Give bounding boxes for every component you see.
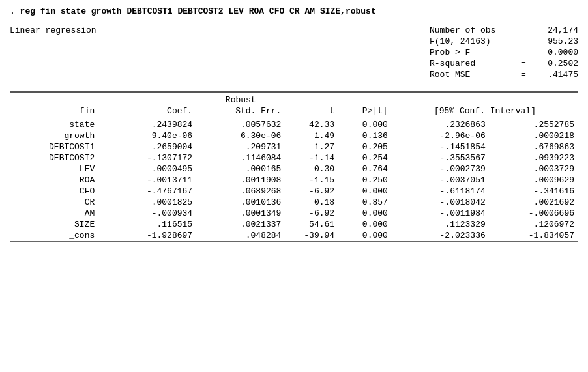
header-t-blank <box>285 92 338 106</box>
cell-varname: AM <box>10 208 98 219</box>
stat-row: Number of obs = 24,174 <box>430 25 578 35</box>
stat-name: F(10, 24163) <box>430 36 514 46</box>
header-coef <box>98 92 196 106</box>
stat-eq: = <box>517 48 530 57</box>
cell-t: 0.30 <box>285 164 338 175</box>
regression-table: Robust fin Coef. Std. Err. t P>|t| [95% … <box>10 91 578 242</box>
table-row: _cons -1.928697 .048284 -39.94 0.000 -2.… <box>10 230 578 241</box>
stat-name: R-squared <box>430 59 514 68</box>
cell-se: .048284 <box>196 230 285 241</box>
cell-ci1: .2326863 <box>392 119 490 131</box>
cell-se: 6.30e-06 <box>196 130 285 141</box>
command-line: . reg fin state growth DEBTCOST1 DEBTCOS… <box>10 7 578 16</box>
cell-ci2: -.0006696 <box>490 208 578 219</box>
cell-se: .0689268 <box>196 186 285 197</box>
cell-coef: .2659004 <box>98 141 196 152</box>
cell-ci1: -.3553567 <box>392 152 490 164</box>
cell-pval: 0.000 <box>338 208 392 219</box>
stat-eq: = <box>517 36 530 46</box>
cell-varname: ROA <box>10 175 98 186</box>
cell-pval: 0.000 <box>338 119 392 131</box>
cell-ci1: .1123329 <box>392 219 490 230</box>
stat-row: Root MSE = .41475 <box>430 70 578 79</box>
regression-info: Linear regression Number of obs = 24,174… <box>10 25 578 79</box>
table-row: ROA -.0013711 .0011908 -1.15 0.250 -.003… <box>10 175 578 186</box>
cell-ci1: -.6118174 <box>392 186 490 197</box>
table-row: DEBTCOST2 -.1307172 .1146084 -1.14 0.254… <box>10 152 578 164</box>
cell-ci2: .0000218 <box>490 130 578 141</box>
cell-ci2: .0021692 <box>490 197 578 208</box>
cell-ci1: -.0037051 <box>392 175 490 186</box>
cell-ci2: .6769863 <box>490 141 578 152</box>
col-label-t: t <box>285 106 338 119</box>
cell-pval: 0.136 <box>338 130 392 141</box>
stat-row: F(10, 24163) = 955.23 <box>430 36 578 46</box>
stat-value: 955.23 <box>533 36 578 46</box>
col-label-coef: Coef. <box>98 106 196 119</box>
cell-t: 1.49 <box>285 130 338 141</box>
header-robust: Robust <box>196 92 285 106</box>
cell-coef: -.000934 <box>98 208 196 219</box>
cell-t: 0.18 <box>285 197 338 208</box>
cell-pval: 0.000 <box>338 186 392 197</box>
cell-varname: state <box>10 119 98 131</box>
cell-se: .1146084 <box>196 152 285 164</box>
cell-ci1: -.0011984 <box>392 208 490 219</box>
cell-coef: .116515 <box>98 219 196 230</box>
cell-t: -6.92 <box>285 186 338 197</box>
cell-varname: growth <box>10 130 98 141</box>
stat-name: Prob > F <box>430 48 514 57</box>
cell-ci2: -.341616 <box>490 186 578 197</box>
stat-value: .41475 <box>533 70 578 79</box>
stat-eq: = <box>517 59 530 68</box>
col-label-varname: fin <box>10 106 98 119</box>
cell-ci2: -1.834057 <box>490 230 578 241</box>
table-row: growth 9.40e-06 6.30e-06 1.49 0.136 -2.9… <box>10 130 578 141</box>
cell-coef: -1.928697 <box>98 230 196 241</box>
cell-coef: .0000495 <box>98 164 196 175</box>
cell-t: -1.15 <box>285 175 338 186</box>
stat-name: Number of obs <box>430 25 514 35</box>
cell-pval: 0.000 <box>338 230 392 241</box>
stat-value: 0.2502 <box>533 59 578 68</box>
cell-ci1: -.0002739 <box>392 164 490 175</box>
stat-row: Prob > F = 0.0000 <box>430 48 578 57</box>
cell-se: .0011908 <box>196 175 285 186</box>
table-row: state .2439824 .0057632 42.33 0.000 .232… <box>10 119 578 131</box>
table-row: LEV .0000495 .000165 0.30 0.764 -.000273… <box>10 164 578 175</box>
regression-stats: Number of obs = 24,174 F(10, 24163) = 95… <box>430 25 578 79</box>
table-row: SIZE .116515 .0021337 54.61 0.000 .11233… <box>10 219 578 230</box>
cell-pval: 0.205 <box>338 141 392 152</box>
cell-varname: DEBTCOST2 <box>10 152 98 164</box>
cell-pval: 0.000 <box>338 219 392 230</box>
cell-pval: 0.764 <box>338 164 392 175</box>
header-varname <box>10 92 98 106</box>
cell-ci2: .0003729 <box>490 164 578 175</box>
stat-row: R-squared = 0.2502 <box>430 59 578 68</box>
cell-t: 1.27 <box>285 141 338 152</box>
stat-value: 0.0000 <box>533 48 578 57</box>
cell-varname: CR <box>10 197 98 208</box>
table-row: CR .0001825 .0010136 0.18 0.857 -.001804… <box>10 197 578 208</box>
cell-coef: -.0013711 <box>98 175 196 186</box>
stat-eq: = <box>517 25 530 35</box>
cell-ci1: -.1451854 <box>392 141 490 152</box>
table-row: DEBTCOST1 .2659004 .209731 1.27 0.205 -.… <box>10 141 578 152</box>
cell-t: -6.92 <box>285 208 338 219</box>
table-row: AM -.000934 .0001349 -6.92 0.000 -.00119… <box>10 208 578 219</box>
cell-ci1: -.0018042 <box>392 197 490 208</box>
cell-coef: -.4767167 <box>98 186 196 197</box>
cell-t: 54.61 <box>285 219 338 230</box>
cell-ci2: .0009629 <box>490 175 578 186</box>
cell-t: -39.94 <box>285 230 338 241</box>
regression-table-wrapper: Robust fin Coef. Std. Err. t P>|t| [95% … <box>10 91 578 242</box>
cell-coef: -.1307172 <box>98 152 196 164</box>
header-ci2-blank <box>490 92 578 106</box>
cell-pval: 0.857 <box>338 197 392 208</box>
cell-coef: .0001825 <box>98 197 196 208</box>
stat-name: Root MSE <box>430 70 514 79</box>
cell-varname: LEV <box>10 164 98 175</box>
cell-pval: 0.250 <box>338 175 392 186</box>
cell-ci1: -2.023336 <box>392 230 490 241</box>
col-label-ci: [95% Conf. Interval] <box>392 106 578 119</box>
